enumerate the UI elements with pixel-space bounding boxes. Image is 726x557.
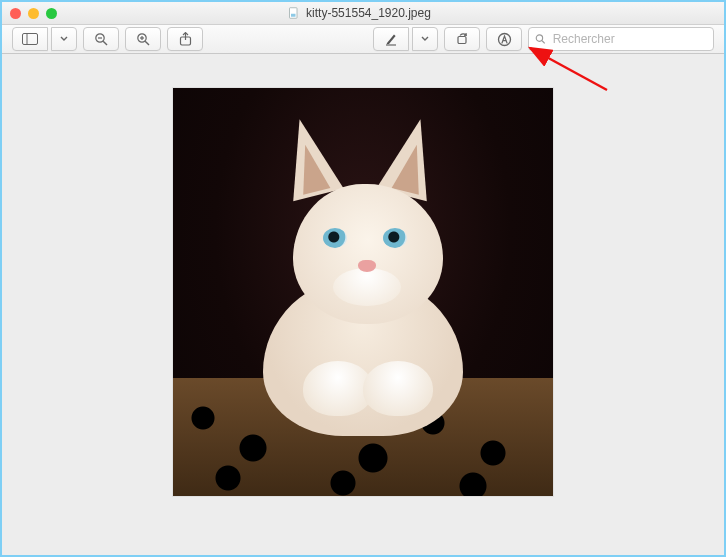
svg-rect-1 <box>291 14 296 17</box>
sidebar-button[interactable] <box>12 27 48 51</box>
svg-rect-2 <box>23 34 38 45</box>
sidebar-menu-button[interactable] <box>51 27 77 51</box>
zoom-out-icon <box>94 32 108 46</box>
kitten-paw-right <box>363 361 433 416</box>
search-field[interactable] <box>528 27 714 51</box>
markup-pen-icon <box>384 32 398 46</box>
kitten-eye-right <box>383 228 407 248</box>
search-icon <box>535 33 546 45</box>
fullscreen-window-button[interactable] <box>46 8 57 19</box>
svg-line-8 <box>145 41 149 45</box>
window-title-text: kitty-551554_1920.jpeg <box>306 6 431 20</box>
zoom-in-icon <box>136 32 150 46</box>
kitten-muzzle <box>333 268 401 306</box>
window-controls <box>10 8 57 19</box>
kitten-nose <box>358 260 376 272</box>
rotate-button[interactable] <box>444 27 480 51</box>
markup-button[interactable] <box>373 27 409 51</box>
chevron-down-icon <box>421 36 429 42</box>
svg-rect-14 <box>458 37 466 44</box>
chevron-down-icon <box>60 36 68 42</box>
app-window: kitty-551554_1920.jpeg <box>0 0 726 557</box>
window-title: kitty-551554_1920.jpeg <box>57 6 662 20</box>
file-icon <box>288 7 300 19</box>
image-viewport[interactable] <box>173 88 553 496</box>
close-window-button[interactable] <box>10 8 21 19</box>
svg-point-16 <box>536 35 542 41</box>
svg-line-5 <box>103 41 107 45</box>
content-area <box>4 54 722 553</box>
svg-line-17 <box>542 41 545 44</box>
toolbar <box>2 25 724 54</box>
share-button[interactable] <box>167 27 203 51</box>
minimize-window-button[interactable] <box>28 8 39 19</box>
rotate-icon <box>455 32 469 46</box>
titlebar: kitty-551554_1920.jpeg <box>2 2 724 25</box>
zoom-in-button[interactable] <box>125 27 161 51</box>
edit-button[interactable] <box>486 27 522 51</box>
kitten-eye-left <box>323 228 347 248</box>
sidebar-icon <box>22 33 38 45</box>
markup-menu-button[interactable] <box>412 27 438 51</box>
share-icon <box>179 32 192 46</box>
edit-circle-icon <box>497 32 512 47</box>
sidebar-group <box>12 27 77 51</box>
zoom-out-button[interactable] <box>83 27 119 51</box>
search-input[interactable] <box>551 31 707 47</box>
markup-group <box>373 27 438 51</box>
